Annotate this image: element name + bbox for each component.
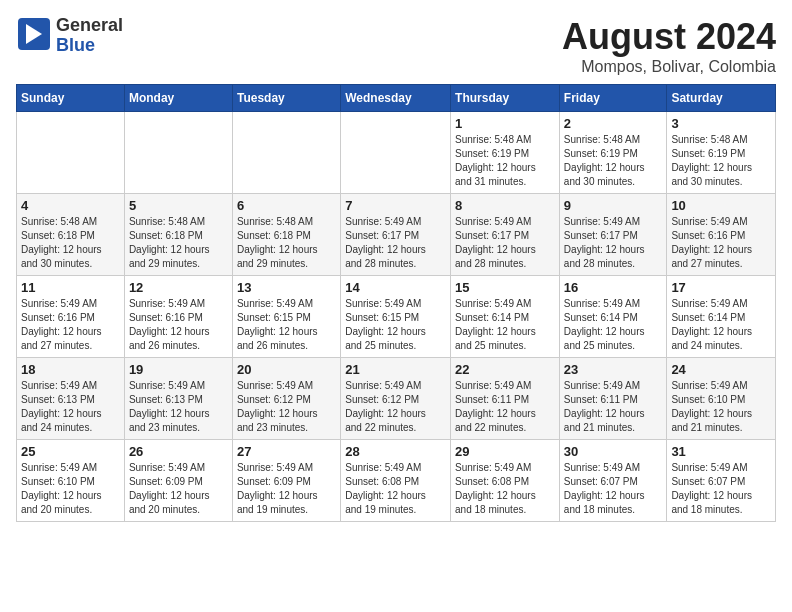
day-number: 14 <box>345 280 446 295</box>
day-info: Sunrise: 5:49 AMSunset: 6:10 PMDaylight:… <box>671 379 771 435</box>
day-number: 23 <box>564 362 663 377</box>
day-info: Sunrise: 5:49 AMSunset: 6:11 PMDaylight:… <box>564 379 663 435</box>
day-number: 24 <box>671 362 771 377</box>
day-info: Sunrise: 5:48 AMSunset: 6:18 PMDaylight:… <box>237 215 336 271</box>
calendar-cell: 27Sunrise: 5:49 AMSunset: 6:09 PMDayligh… <box>232 440 340 522</box>
day-info: Sunrise: 5:49 AMSunset: 6:13 PMDaylight:… <box>129 379 228 435</box>
day-number: 2 <box>564 116 663 131</box>
day-info: Sunrise: 5:49 AMSunset: 6:14 PMDaylight:… <box>671 297 771 353</box>
day-info: Sunrise: 5:49 AMSunset: 6:17 PMDaylight:… <box>345 215 446 271</box>
calendar-cell: 26Sunrise: 5:49 AMSunset: 6:09 PMDayligh… <box>124 440 232 522</box>
day-number: 19 <box>129 362 228 377</box>
day-info: Sunrise: 5:49 AMSunset: 6:08 PMDaylight:… <box>455 461 555 517</box>
day-number: 3 <box>671 116 771 131</box>
day-number: 13 <box>237 280 336 295</box>
month-year: August 2024 <box>562 16 776 58</box>
day-number: 11 <box>21 280 120 295</box>
week-row: 25Sunrise: 5:49 AMSunset: 6:10 PMDayligh… <box>17 440 776 522</box>
logo-text: General Blue <box>56 16 123 56</box>
day-number: 9 <box>564 198 663 213</box>
calendar-cell <box>341 112 451 194</box>
calendar-cell: 29Sunrise: 5:49 AMSunset: 6:08 PMDayligh… <box>451 440 560 522</box>
day-header-friday: Friday <box>559 85 667 112</box>
day-info: Sunrise: 5:48 AMSunset: 6:19 PMDaylight:… <box>671 133 771 189</box>
calendar-cell: 20Sunrise: 5:49 AMSunset: 6:12 PMDayligh… <box>232 358 340 440</box>
calendar-cell: 3Sunrise: 5:48 AMSunset: 6:19 PMDaylight… <box>667 112 776 194</box>
day-info: Sunrise: 5:49 AMSunset: 6:15 PMDaylight:… <box>237 297 336 353</box>
calendar-cell: 2Sunrise: 5:48 AMSunset: 6:19 PMDaylight… <box>559 112 667 194</box>
calendar-cell: 30Sunrise: 5:49 AMSunset: 6:07 PMDayligh… <box>559 440 667 522</box>
calendar-cell: 22Sunrise: 5:49 AMSunset: 6:11 PMDayligh… <box>451 358 560 440</box>
day-info: Sunrise: 5:49 AMSunset: 6:14 PMDaylight:… <box>564 297 663 353</box>
day-number: 29 <box>455 444 555 459</box>
day-info: Sunrise: 5:48 AMSunset: 6:19 PMDaylight:… <box>455 133 555 189</box>
calendar-cell: 9Sunrise: 5:49 AMSunset: 6:17 PMDaylight… <box>559 194 667 276</box>
day-number: 17 <box>671 280 771 295</box>
calendar-cell: 14Sunrise: 5:49 AMSunset: 6:15 PMDayligh… <box>341 276 451 358</box>
calendar-cell: 12Sunrise: 5:49 AMSunset: 6:16 PMDayligh… <box>124 276 232 358</box>
week-row: 18Sunrise: 5:49 AMSunset: 6:13 PMDayligh… <box>17 358 776 440</box>
calendar-cell: 8Sunrise: 5:49 AMSunset: 6:17 PMDaylight… <box>451 194 560 276</box>
logo: General Blue <box>16 16 123 56</box>
calendar-cell: 18Sunrise: 5:49 AMSunset: 6:13 PMDayligh… <box>17 358 125 440</box>
day-header-sunday: Sunday <box>17 85 125 112</box>
calendar-cell: 5Sunrise: 5:48 AMSunset: 6:18 PMDaylight… <box>124 194 232 276</box>
day-number: 10 <box>671 198 771 213</box>
day-number: 4 <box>21 198 120 213</box>
day-number: 15 <box>455 280 555 295</box>
day-info: Sunrise: 5:49 AMSunset: 6:16 PMDaylight:… <box>21 297 120 353</box>
day-number: 28 <box>345 444 446 459</box>
day-number: 8 <box>455 198 555 213</box>
day-number: 12 <box>129 280 228 295</box>
week-row: 1Sunrise: 5:48 AMSunset: 6:19 PMDaylight… <box>17 112 776 194</box>
day-header-wednesday: Wednesday <box>341 85 451 112</box>
day-number: 6 <box>237 198 336 213</box>
day-info: Sunrise: 5:49 AMSunset: 6:07 PMDaylight:… <box>564 461 663 517</box>
day-number: 7 <box>345 198 446 213</box>
day-info: Sunrise: 5:49 AMSunset: 6:12 PMDaylight:… <box>237 379 336 435</box>
calendar-cell: 16Sunrise: 5:49 AMSunset: 6:14 PMDayligh… <box>559 276 667 358</box>
calendar: SundayMondayTuesdayWednesdayThursdayFrid… <box>16 84 776 522</box>
week-row: 11Sunrise: 5:49 AMSunset: 6:16 PMDayligh… <box>17 276 776 358</box>
calendar-cell: 24Sunrise: 5:49 AMSunset: 6:10 PMDayligh… <box>667 358 776 440</box>
calendar-cell <box>124 112 232 194</box>
calendar-cell: 21Sunrise: 5:49 AMSunset: 6:12 PMDayligh… <box>341 358 451 440</box>
day-info: Sunrise: 5:49 AMSunset: 6:13 PMDaylight:… <box>21 379 120 435</box>
day-number: 30 <box>564 444 663 459</box>
calendar-cell: 7Sunrise: 5:49 AMSunset: 6:17 PMDaylight… <box>341 194 451 276</box>
calendar-cell: 6Sunrise: 5:48 AMSunset: 6:18 PMDaylight… <box>232 194 340 276</box>
calendar-cell: 23Sunrise: 5:49 AMSunset: 6:11 PMDayligh… <box>559 358 667 440</box>
day-info: Sunrise: 5:49 AMSunset: 6:07 PMDaylight:… <box>671 461 771 517</box>
day-info: Sunrise: 5:49 AMSunset: 6:09 PMDaylight:… <box>129 461 228 517</box>
calendar-cell: 28Sunrise: 5:49 AMSunset: 6:08 PMDayligh… <box>341 440 451 522</box>
day-info: Sunrise: 5:49 AMSunset: 6:14 PMDaylight:… <box>455 297 555 353</box>
day-number: 27 <box>237 444 336 459</box>
day-number: 25 <box>21 444 120 459</box>
header-row: SundayMondayTuesdayWednesdayThursdayFrid… <box>17 85 776 112</box>
calendar-header: SundayMondayTuesdayWednesdayThursdayFrid… <box>17 85 776 112</box>
day-number: 31 <box>671 444 771 459</box>
day-header-monday: Monday <box>124 85 232 112</box>
day-info: Sunrise: 5:48 AMSunset: 6:19 PMDaylight:… <box>564 133 663 189</box>
calendar-body: 1Sunrise: 5:48 AMSunset: 6:19 PMDaylight… <box>17 112 776 522</box>
calendar-cell: 11Sunrise: 5:49 AMSunset: 6:16 PMDayligh… <box>17 276 125 358</box>
title-area: August 2024 Mompos, Bolivar, Colombia <box>562 16 776 76</box>
day-header-saturday: Saturday <box>667 85 776 112</box>
day-number: 18 <box>21 362 120 377</box>
day-number: 5 <box>129 198 228 213</box>
location: Mompos, Bolivar, Colombia <box>562 58 776 76</box>
day-number: 22 <box>455 362 555 377</box>
calendar-cell <box>232 112 340 194</box>
calendar-cell: 25Sunrise: 5:49 AMSunset: 6:10 PMDayligh… <box>17 440 125 522</box>
calendar-cell: 10Sunrise: 5:49 AMSunset: 6:16 PMDayligh… <box>667 194 776 276</box>
day-info: Sunrise: 5:49 AMSunset: 6:17 PMDaylight:… <box>564 215 663 271</box>
day-number: 1 <box>455 116 555 131</box>
calendar-cell <box>17 112 125 194</box>
day-number: 21 <box>345 362 446 377</box>
day-header-thursday: Thursday <box>451 85 560 112</box>
calendar-cell: 4Sunrise: 5:48 AMSunset: 6:18 PMDaylight… <box>17 194 125 276</box>
day-info: Sunrise: 5:49 AMSunset: 6:11 PMDaylight:… <box>455 379 555 435</box>
calendar-cell: 15Sunrise: 5:49 AMSunset: 6:14 PMDayligh… <box>451 276 560 358</box>
day-info: Sunrise: 5:49 AMSunset: 6:08 PMDaylight:… <box>345 461 446 517</box>
day-info: Sunrise: 5:48 AMSunset: 6:18 PMDaylight:… <box>21 215 120 271</box>
